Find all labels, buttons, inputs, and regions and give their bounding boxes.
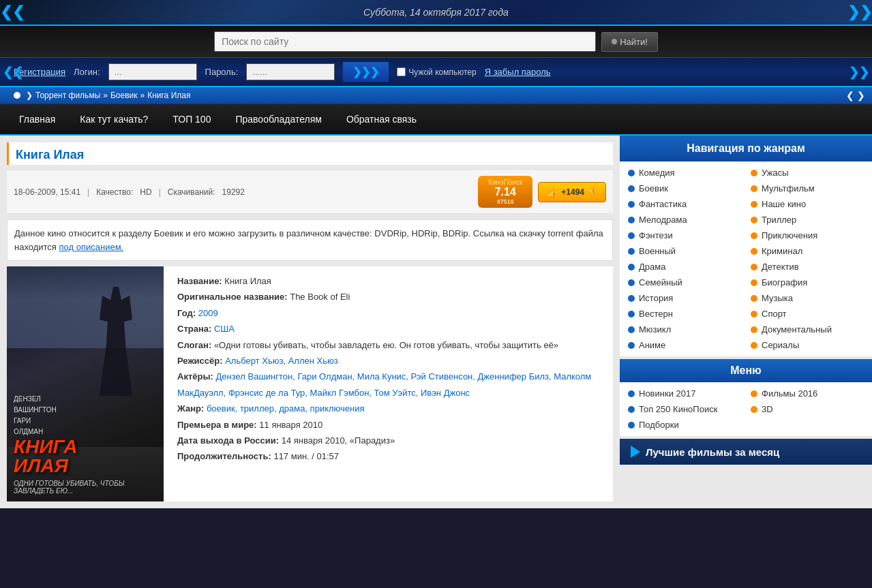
genre-cartoon[interactable]: Мультфильм [747, 181, 868, 196]
search-button[interactable]: Найти! [601, 32, 658, 52]
breadcrumb-sep1: » [103, 91, 108, 100]
menu-section: Меню Новинки 2017 Фильмы 2016 Топ 250 Ки… [620, 359, 872, 436]
login-left-chevron: ❮❮ [0, 65, 23, 80]
genre-russian[interactable]: Наше кино [747, 197, 868, 211]
info-slogan: Слоган: «Одни готовы убивать, чтобы завл… [177, 337, 606, 353]
genre-adventure[interactable]: Приключения [747, 228, 868, 243]
orig-name-value: The Book of Eli [290, 292, 350, 302]
description-link[interactable]: под описанием. [59, 242, 124, 252]
genre-label: Боевик [639, 183, 668, 194]
submit-chevrons-icon: ❯❯❯ [352, 66, 379, 78]
genre-dot-icon [751, 295, 757, 302]
genre-fantasy[interactable]: Фэнтези [624, 228, 745, 243]
genre-sport[interactable]: Спорт [747, 307, 868, 321]
genre-music[interactable]: Музыка [747, 291, 868, 305]
info-duration: Продолжительность: 117 мин. / 01:57 [177, 448, 606, 464]
movie-description: Данное кино относится к разделу Боевик и… [7, 219, 613, 261]
genre-musical[interactable]: Мюзикл [624, 322, 745, 337]
password-input[interactable] [246, 63, 335, 80]
menu-new-2017[interactable]: Новинки 2017 [624, 386, 745, 401]
breadcrumb-prev-icon[interactable]: ❮ [846, 90, 854, 101]
year-link[interactable]: 2009 [198, 308, 218, 318]
genre-label: История [639, 293, 673, 303]
genre-comedy[interactable]: Комедия [624, 166, 745, 180]
genre-dot-icon [751, 217, 757, 223]
info-director: Режиссёр: Альберт Хьюз, Аллен Хьюз [177, 353, 606, 369]
login-submit-button[interactable]: ❯❯❯ [343, 62, 389, 82]
vote-button[interactable]: 👍 +1494 👎 [538, 182, 606, 202]
downloads-label: Скачиваний: [168, 187, 215, 197]
genre-label: Аниме [639, 340, 665, 350]
slogan-label: Слоган: [177, 340, 211, 350]
genre-dot-icon [628, 217, 635, 223]
menu-item-label: Фильмы 2016 [762, 388, 817, 399]
menu-top250[interactable]: Топ 250 КиноПоиск [624, 402, 745, 416]
actors-label: Актёры: [177, 371, 213, 382]
genre-label: Биография [762, 277, 807, 288]
genre-thriller[interactable]: Триллер [747, 213, 868, 227]
genre-action[interactable]: Боевик [624, 181, 745, 196]
genre-dot-icon [628, 185, 635, 192]
genre-family[interactable]: Семейный [624, 275, 745, 290]
breadcrumb-category[interactable]: Боевик [110, 91, 138, 100]
actors-links[interactable]: Дензел Вашингтон, Гари Олдман, Мила Куни… [177, 371, 591, 397]
genre-history[interactable]: История [624, 291, 745, 305]
director2-link[interactable]: Аллен Хьюз [288, 356, 338, 366]
genre-dot-icon [751, 232, 757, 239]
nav-feedback[interactable]: Обратная связь [334, 104, 429, 134]
genre-label: Жанр: [177, 403, 204, 414]
genre-label: Триллер [762, 215, 796, 225]
name-value: Книга Илая [224, 276, 271, 286]
kinopoisk-label: КиноПоиск [488, 179, 522, 186]
quality-label: Качество: [96, 187, 133, 197]
poster-actor-1: ДЕНЗЕЛ [14, 394, 157, 405]
nav-home[interactable]: Главная [7, 104, 67, 134]
genre-label: Семейный [639, 277, 682, 288]
director1-link[interactable]: Альберт Хьюз [225, 356, 283, 366]
genre-series[interactable]: Сериалы [747, 338, 868, 352]
search-input[interactable] [214, 31, 596, 52]
nav-howto[interactable]: Как тут качать? [67, 104, 160, 134]
nav-copyright[interactable]: Правообладателям [223, 104, 333, 134]
date-display: Суббота, 14 октября 2017 года [363, 7, 509, 18]
genre-anime[interactable]: Аниме [624, 338, 745, 352]
foreign-pc-checkbox-area: Чужой компьютер [397, 67, 476, 77]
genre-romance[interactable]: Мелодрама [624, 213, 745, 227]
director-label: Режиссёр: [177, 356, 223, 366]
genre-links[interactable]: боевик, триллер, драма, приключения [207, 403, 365, 414]
forgot-password-link[interactable]: Я забыл пароль [485, 67, 551, 77]
menu-3d[interactable]: 3D [747, 402, 868, 416]
menu-collections[interactable]: Подборки [624, 418, 745, 432]
genre-horror[interactable]: Ужасы [747, 166, 868, 180]
genre-drama[interactable]: Драма [624, 260, 745, 274]
nav-top100[interactable]: ТОП 100 [160, 104, 223, 134]
genre-dot-icon [751, 185, 757, 192]
russia-value: 14 января 2010, «Парадиз» [282, 435, 395, 446]
genre-biography[interactable]: Биография [747, 275, 868, 290]
right-chevron-icon: ❯❯ [847, 3, 872, 21]
menu-films-2016[interactable]: Фильмы 2016 [747, 386, 868, 401]
info-genre: Жанр: боевик, триллер, драма, приключени… [177, 401, 606, 416]
breadcrumb-home[interactable]: Торрент фильмы [35, 91, 100, 100]
foreign-pc-checkbox[interactable] [397, 67, 406, 76]
genre-scifi[interactable]: Фантастика [624, 197, 745, 211]
genre-military[interactable]: Военный [624, 244, 745, 258]
name-label: Название: [177, 276, 222, 286]
login-input[interactable] [108, 63, 197, 80]
breadcrumb-arrow-icon: ❯ [26, 91, 33, 100]
genre-navigation-section: Навигация по жанрам Комедия Ужасы Боевик… [620, 136, 872, 356]
genre-western[interactable]: Вестерн [624, 307, 745, 321]
genre-label: Криминал [762, 246, 802, 256]
genre-label: Приключения [762, 230, 817, 241]
downloads-value: 19292 [222, 187, 245, 197]
best-films-header: Лучшие фильмы за месяц [620, 439, 872, 465]
genre-documentary[interactable]: Документальный [747, 322, 868, 337]
thumbs-up-icon: 👍 [547, 187, 558, 198]
breadcrumb-next-icon[interactable]: ❯ [857, 90, 865, 101]
premiere-label: Премьера в мире: [177, 420, 257, 430]
best-films-label: Лучшие фильмы за месяц [646, 446, 779, 458]
genre-detective[interactable]: Детектив [747, 260, 868, 274]
country-link[interactable]: США [214, 324, 235, 334]
movie-details-row: ДЕНЗЕЛ ВАШИНГТОН ГАРИ ОЛДМАН КНИГАИЛАЯ О… [7, 266, 613, 501]
genre-criminal[interactable]: Криминал [747, 244, 868, 258]
